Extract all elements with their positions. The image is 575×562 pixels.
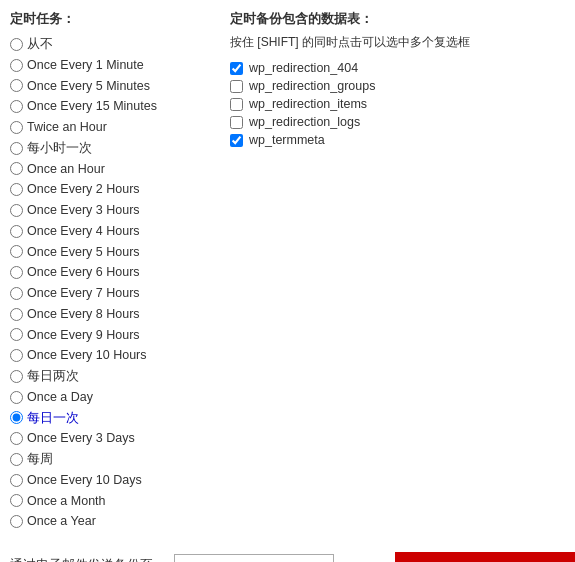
schedule-item[interactable]: Once Every 5 Minutes: [10, 76, 210, 97]
schedule-label-everyweek_zh[interactable]: 每周: [27, 450, 53, 469]
table-row[interactable]: wp_redirection_404: [230, 59, 565, 77]
schedule-radio-twiceday_zh[interactable]: [10, 370, 23, 383]
schedule-label-every15min[interactable]: Once Every 15 Minutes: [27, 97, 157, 116]
schedule-radio-everyhour_zh[interactable]: [10, 142, 23, 155]
schedule-item[interactable]: Once Every 9 Hours: [10, 325, 210, 346]
schedule-label-every7h[interactable]: Once Every 7 Hours: [27, 284, 140, 303]
schedule-radio-every1min[interactable]: [10, 59, 23, 72]
table-checkbox-wp_redirection_groups[interactable]: [230, 80, 243, 93]
schedule-item[interactable]: 从不: [10, 34, 210, 55]
table-label-wp_redirection_logs[interactable]: wp_redirection_logs: [249, 115, 360, 129]
hint-text: 按住 [SHIFT] 的同时点击可以选中多个复选框: [230, 34, 565, 51]
schedule-radio-every10days[interactable]: [10, 474, 23, 487]
watermark: WWW.94IP.COM IT运维空间: [395, 552, 575, 562]
table-row[interactable]: wp_redirection_groups: [230, 77, 565, 95]
left-panel-title: 定时任务：: [10, 10, 210, 28]
schedule-label-every6h[interactable]: Once Every 6 Hours: [27, 263, 140, 282]
table-row[interactable]: wp_redirection_items: [230, 95, 565, 113]
schedule-item[interactable]: Once Every 3 Days: [10, 428, 210, 449]
table-label-wp_redirection_groups[interactable]: wp_redirection_groups: [249, 79, 375, 93]
schedule-item[interactable]: Once Every 5 Hours: [10, 242, 210, 263]
table-label-wp_redirection_items[interactable]: wp_redirection_items: [249, 97, 367, 111]
schedule-item[interactable]: Once Every 6 Hours: [10, 262, 210, 283]
schedule-item[interactable]: Once Every 4 Hours: [10, 221, 210, 242]
table-checkbox-list: wp_redirection_404wp_redirection_groupsw…: [230, 59, 565, 149]
schedule-item[interactable]: Once Every 2 Hours: [10, 179, 210, 200]
schedule-radio-every8h[interactable]: [10, 308, 23, 321]
schedule-label-every3days[interactable]: Once Every 3 Days: [27, 429, 135, 448]
schedule-item[interactable]: Once an Hour: [10, 159, 210, 180]
table-checkbox-wp_termmeta[interactable]: [230, 134, 243, 147]
schedule-radio-every6h[interactable]: [10, 266, 23, 279]
table-checkbox-wp_redirection_items[interactable]: [230, 98, 243, 111]
schedule-label-onceday[interactable]: Once a Day: [27, 388, 93, 407]
schedule-radio-every3h[interactable]: [10, 204, 23, 217]
schedule-label-every5min[interactable]: Once Every 5 Minutes: [27, 77, 150, 96]
schedule-radio-every5h[interactable]: [10, 245, 23, 258]
schedule-radio-never[interactable]: [10, 38, 23, 51]
table-label-wp_redirection_404[interactable]: wp_redirection_404: [249, 61, 358, 75]
schedule-label-oncehour[interactable]: Once an Hour: [27, 160, 105, 179]
schedule-radio-every7h[interactable]: [10, 287, 23, 300]
schedule-radio-onceday[interactable]: [10, 391, 23, 404]
schedule-item[interactable]: Once Every 7 Hours: [10, 283, 210, 304]
schedule-label-oncemonth[interactable]: Once a Month: [27, 492, 106, 511]
schedule-item[interactable]: Once a Day: [10, 387, 210, 408]
schedule-label-every1min[interactable]: Once Every 1 Minute: [27, 56, 144, 75]
schedule-item[interactable]: Twice an Hour: [10, 117, 210, 138]
table-label-wp_termmeta[interactable]: wp_termmeta: [249, 133, 325, 147]
schedule-item[interactable]: 每小时一次: [10, 138, 210, 159]
email-label: 通过电子邮件发送备份至：: [10, 557, 166, 563]
schedule-radio-every5min[interactable]: [10, 79, 23, 92]
schedule-label-twiceday_zh[interactable]: 每日两次: [27, 367, 79, 386]
schedule-item[interactable]: Once Every 3 Hours: [10, 200, 210, 221]
schedule-item[interactable]: Once Every 1 Minute: [10, 55, 210, 76]
schedule-label-every2h[interactable]: Once Every 2 Hours: [27, 180, 140, 199]
schedule-item[interactable]: Once Every 10 Days: [10, 470, 210, 491]
schedule-radio-everyweek_zh[interactable]: [10, 453, 23, 466]
schedule-radio-every9h[interactable]: [10, 328, 23, 341]
schedule-label-every10days[interactable]: Once Every 10 Days: [27, 471, 142, 490]
schedule-label-every10h[interactable]: Once Every 10 Hours: [27, 346, 147, 365]
schedule-label-every5h[interactable]: Once Every 5 Hours: [27, 243, 140, 262]
schedule-label-every8h[interactable]: Once Every 8 Hours: [27, 305, 140, 324]
schedule-radio-oncemonth[interactable]: [10, 494, 23, 507]
schedule-label-twicehour[interactable]: Twice an Hour: [27, 118, 107, 137]
schedule-list: 从不Once Every 1 MinuteOnce Every 5 Minute…: [10, 34, 210, 532]
schedule-radio-oncehour[interactable]: [10, 162, 23, 175]
schedule-item[interactable]: 每日两次: [10, 366, 210, 387]
table-row[interactable]: wp_termmeta: [230, 131, 565, 149]
schedule-label-everyday_zh[interactable]: 每日一次: [27, 409, 79, 428]
schedule-item[interactable]: 每周: [10, 449, 210, 470]
schedule-radio-every2h[interactable]: [10, 183, 23, 196]
schedule-label-never[interactable]: 从不: [27, 35, 53, 54]
schedule-radio-every4h[interactable]: [10, 225, 23, 238]
schedule-label-onceyear[interactable]: Once a Year: [27, 512, 96, 531]
schedule-item[interactable]: Once a Year: [10, 511, 210, 532]
schedule-radio-everyday_zh[interactable]: [10, 411, 23, 424]
schedule-item[interactable]: Once a Month: [10, 491, 210, 512]
schedule-radio-onceyear[interactable]: [10, 515, 23, 528]
schedule-radio-every15min[interactable]: [10, 100, 23, 113]
schedule-label-everyhour_zh[interactable]: 每小时一次: [27, 139, 92, 158]
schedule-item[interactable]: 每日一次: [10, 408, 210, 429]
schedule-label-every4h[interactable]: Once Every 4 Hours: [27, 222, 140, 241]
schedule-item[interactable]: Once Every 8 Hours: [10, 304, 210, 325]
email-input[interactable]: [174, 554, 334, 562]
schedule-item[interactable]: Once Every 15 Minutes: [10, 96, 210, 117]
schedule-radio-twicehour[interactable]: [10, 121, 23, 134]
table-row[interactable]: wp_redirection_logs: [230, 113, 565, 131]
schedule-item[interactable]: Once Every 10 Hours: [10, 345, 210, 366]
right-panel-title: 定时备份包含的数据表：: [230, 10, 565, 28]
table-checkbox-wp_redirection_404[interactable]: [230, 62, 243, 75]
schedule-label-every3h[interactable]: Once Every 3 Hours: [27, 201, 140, 220]
schedule-radio-every3days[interactable]: [10, 432, 23, 445]
schedule-label-every9h[interactable]: Once Every 9 Hours: [27, 326, 140, 345]
schedule-radio-every10h[interactable]: [10, 349, 23, 362]
table-checkbox-wp_redirection_logs[interactable]: [230, 116, 243, 129]
